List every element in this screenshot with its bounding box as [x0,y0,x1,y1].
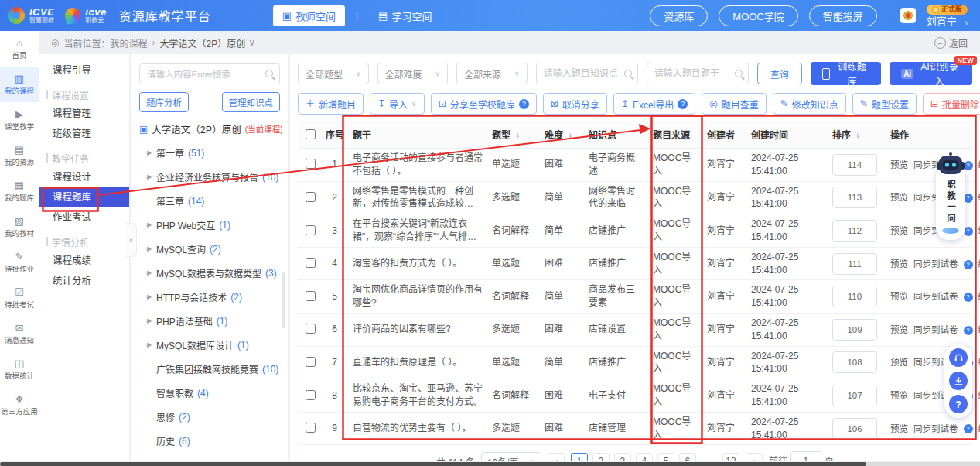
expand-arrow-icon[interactable]: ▶ [147,269,152,276]
tree-node[interactable]: ▶ 智慧职教 (4) [139,381,280,405]
toolbar-button[interactable]: ⊟ 批量删除 [923,93,980,115]
source-select[interactable]: 全部来源∨ [456,63,528,84]
query-button[interactable]: 查询 [757,63,802,84]
prev-page-button[interactable]: ‹ [548,453,565,461]
sort-order-input[interactable] [832,385,877,406]
question-type-select[interactable]: 全部题型∨ [298,63,369,84]
space-nav-item[interactable]: ▤ 学习空间 [369,5,441,26]
page-number-button[interactable]: 2 [592,453,610,461]
sync-to-paper-link[interactable]: 同步到试卷 [913,292,958,301]
rail-item[interactable]: ▤ 我的资源 [0,138,39,173]
customer-service-icon[interactable] [949,348,968,367]
assistant-widget[interactable]: 职教一问 [934,152,967,240]
page-number-button[interactable]: 1 [571,453,588,461]
preview-link[interactable]: 预览 [890,424,908,433]
preview-link[interactable]: 预览 [890,259,908,269]
column-header[interactable]: 创建时间 [746,121,828,149]
question-stem[interactable]: 直通车的扣费原理是（ ）。 [353,356,483,369]
preview-link[interactable]: 预览 [890,325,908,334]
row-checkbox[interactable] [306,258,316,268]
preview-link[interactable]: 预览 [890,193,908,202]
help-circle-icon[interactable]: ? [964,424,973,433]
rail-item[interactable]: ❖ 第三方应用 [0,387,39,423]
bank-analysis-button[interactable]: 题库分析 [139,92,189,112]
tree-node[interactable]: ▶ PHP语法基础 (1) [139,309,280,333]
sort-order-input[interactable] [832,319,877,341]
column-header[interactable]: 操作 [886,121,972,149]
expand-arrow-icon[interactable]: ▶ [147,149,152,156]
toolbar-button[interactable]: ✎ 修改知识点 [773,93,846,115]
collapse-handle[interactable]: « [126,223,137,257]
chevron-down-icon[interactable]: ∨ [248,37,255,48]
expand-arrow-icon[interactable]: ▶ [147,341,152,348]
course-menu-item[interactable]: 课程管理 [39,104,129,124]
app-icon[interactable] [900,8,916,23]
row-checkbox[interactable] [306,390,316,400]
tree-node[interactable]: ▶ 思修 (2) [139,405,280,429]
help-circle-icon[interactable]: ? [678,99,688,109]
toolbar-button[interactable]: ＋ 新增题目 [298,93,364,115]
row-checkbox[interactable] [306,192,316,202]
page-number-button[interactable]: 3 [614,453,631,461]
column-header[interactable]: 题目来源 [648,121,702,149]
tree-node[interactable]: ▶ PHP Web交互 (1) [139,213,280,237]
rail-item[interactable]: ✉ 消息通知 [0,316,39,351]
sort-order-input[interactable] [832,351,877,373]
breadcrumb-root[interactable]: 我的课程 [111,36,148,50]
expand-arrow-icon[interactable]: ▶ [147,245,152,252]
column-header[interactable]: 排序 ▲▼ [828,121,886,149]
next-page-button[interactable]: › [746,453,763,461]
sort-order-input[interactable] [832,187,877,208]
sort-order-input[interactable] [832,286,877,307]
row-checkbox[interactable] [306,357,316,367]
preview-link[interactable]: 预览 [890,292,908,301]
course-menu-item[interactable]: 作业考试 [39,207,129,228]
sort-order-input[interactable] [832,418,877,440]
sort-order-input[interactable] [832,220,877,242]
column-header[interactable]: 难度 ▲▼ [540,121,584,149]
row-checkbox[interactable] [306,324,316,334]
tree-node[interactable]: ▶ MySQL数据库设计 (1) [139,333,280,357]
sync-to-paper-link[interactable]: 同步到试卷 [913,424,958,433]
rail-item[interactable]: ⌂ 首页 [0,31,39,67]
tree-node[interactable]: ▶ 企业经济业务核算与报告 (10) [139,165,280,189]
expand-arrow-icon[interactable]: ▶ [147,173,152,180]
rail-item[interactable]: ☑ 待批考试 [0,280,39,316]
question-stem[interactable]: 淘宝网优化商品详情页的作用有哪些? [353,283,483,310]
preview-link[interactable]: 预览 [890,160,908,170]
tree-node[interactable]: ▶ MySQL数据表与数据类型 (3) [139,261,280,285]
question-stem[interactable]: 电子商务活动的直接参与者通常不包括（ ）。 [353,152,483,178]
manage-knowledge-button[interactable]: 管理知识点 [222,92,281,112]
preview-link[interactable]: 预览 [890,358,908,367]
help-circle-icon[interactable]: ? [519,99,529,109]
page-number-button[interactable]: 5 [657,453,674,461]
row-checkbox[interactable] [306,225,316,235]
training-bank-button[interactable]: 训练题库 [811,62,881,85]
page-number-button[interactable]: 12 [722,453,739,461]
stem-search-input[interactable] [647,63,749,84]
column-header[interactable]: 知识点 [584,121,648,149]
help-circle-icon[interactable]: ? [964,293,973,302]
question-stem[interactable]: 淘宝客的扣费方式为（ ）。 [353,257,483,270]
username[interactable]: 刘宵宁 ∨ [927,16,969,26]
question-stem[interactable]: 评价商品的因素有哪些? [353,323,483,336]
page-number-button[interactable]: 4 [636,453,653,461]
toolbar-button[interactable]: ⊠ 取消分享 [543,93,607,115]
course-menu-item[interactable]: 课程题库 [39,187,129,207]
tree-node[interactable]: ▶ 第一章 (51) [139,141,280,165]
question-stem[interactable]: 自营物流的优势主要有（ ）。 [353,422,483,435]
column-header[interactable]: 题干 [348,121,487,149]
breadcrumb-current[interactable]: 大学语文（2P）原创 [160,36,246,50]
sort-carets-icon[interactable]: ▲▼ [568,133,572,139]
toolbar-button[interactable]: ↥ Excel导出 ? [613,93,695,115]
toolbar-button[interactable]: ◎ 题目查重 [702,93,767,115]
sort-carets-icon[interactable]: ▲▼ [855,133,860,139]
rail-item[interactable]: ◫ 数据统计 [0,351,39,387]
help-icon[interactable]: ? [949,395,968,413]
tree-node[interactable]: ▶ HTTP与会话技术 (2) [139,285,280,309]
tree-node[interactable]: ▶ MySQL查询 (2) [139,237,280,261]
preview-link[interactable]: 预览 [890,391,908,400]
tree-node[interactable]: ▶ 第三章 (14) [139,189,280,213]
ai-recognition-button[interactable]: Ai AI识别录入 NEW [890,62,972,85]
header-quick-link[interactable]: MOOC学院 [719,5,797,26]
